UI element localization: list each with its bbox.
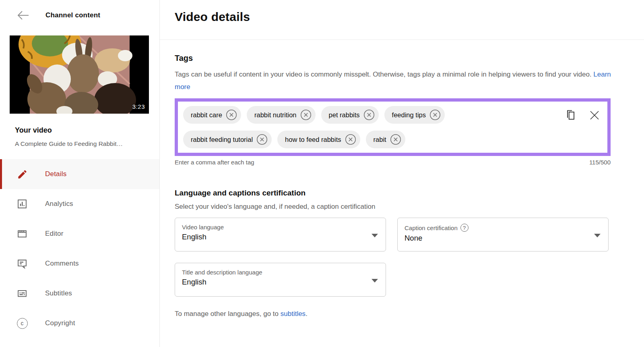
tag-chip: pet rabbits [321, 106, 379, 124]
video-title: A Complete Guide to Feeding Rabbit… [15, 140, 150, 148]
sidebar-nav: Details Analytics [0, 159, 159, 338]
dropdown-value: English [182, 278, 366, 287]
remove-tag-icon[interactable] [429, 109, 441, 121]
tag-chip-label: rabbit feeding tutorial [191, 136, 253, 143]
sidebar-item-label: Analytics [45, 200, 73, 208]
tags-description-text: Tags can be useful if content in your vi… [175, 71, 592, 78]
tags-input-area[interactable]: rabbit care rabbit nutrition [175, 98, 611, 156]
language-dropdowns: Video language English Caption certifica… [175, 218, 611, 297]
tag-chip: rabbit nutrition [247, 106, 316, 124]
dropdown-label: Video language [182, 224, 366, 231]
sidebar-item-subtitles[interactable]: Subtitles [0, 278, 159, 308]
sidebar-item-editor[interactable]: Editor [0, 219, 159, 249]
sidebar-item-analytics[interactable]: Analytics [0, 189, 159, 219]
caption-certification-dropdown[interactable]: Caption certification ? None [397, 218, 609, 251]
tag-chip-label: rabbit nutrition [254, 111, 297, 119]
sidebar-item-comments[interactable]: Comments [0, 249, 159, 278]
tags-helper-row: Enter a comma after each tag 115/500 [175, 159, 611, 166]
back-arrow-icon[interactable] [16, 10, 30, 21]
language-section-subtitle: Select your video's language and, if nee… [175, 203, 629, 211]
tags-box-actions [565, 109, 600, 122]
sidebar: Channel content [0, 0, 160, 347]
remove-tag-icon[interactable] [226, 109, 237, 121]
sidebar-item-details[interactable]: Details [0, 159, 159, 189]
chevron-down-icon [372, 234, 378, 237]
copyright-icon: c [16, 317, 28, 329]
tag-chip-label: feeding tips [392, 111, 426, 119]
video-language-dropdown[interactable]: Video language English [175, 218, 386, 251]
help-icon[interactable]: ? [460, 224, 469, 232]
youtube-studio-app: Channel content [0, 0, 644, 347]
analytics-icon [16, 198, 28, 210]
sidebar-item-label: Editor [45, 230, 64, 238]
video-thumbnail[interactable]: 3:23 [10, 35, 149, 114]
tags-description: Tags can be useful if content in your vi… [175, 68, 611, 93]
your-video-section: Your video A Complete Guide to Feeding R… [0, 114, 159, 148]
tags-heading: Tags [175, 54, 629, 63]
comments-icon [16, 258, 28, 270]
dropdown-value: English [182, 233, 366, 241]
active-indicator-bar [0, 159, 2, 189]
dropdown-label-text: Caption certification [405, 224, 458, 231]
sidebar-item-label: Subtitles [45, 289, 72, 297]
tag-chip-label: how to feed rabbits [285, 136, 341, 143]
tag-chip-list: rabbit care rabbit nutrition [183, 106, 509, 148]
manage-languages-text: To manage other languages, go to [175, 310, 281, 318]
sidebar-item-copyright[interactable]: c Copyright [0, 308, 159, 338]
editor-icon [16, 228, 28, 240]
remove-tag-icon[interactable] [390, 134, 401, 145]
pencil-icon [16, 168, 28, 180]
remove-tag-icon[interactable] [363, 109, 375, 121]
tag-chip: rabit [366, 131, 405, 148]
details-form: Tags Tags can be useful if content in yo… [160, 54, 644, 318]
page-title: Video details [175, 10, 644, 24]
tag-chip-label: rabbit care [191, 111, 222, 119]
tag-chip-label: pet rabbits [329, 111, 360, 119]
subtitles-link[interactable]: subtitles [281, 310, 305, 318]
close-icon[interactable] [589, 110, 600, 121]
tag-chip: rabbit feeding tutorial [183, 131, 272, 148]
main-content: Video details Tags Tags can be useful if… [160, 0, 644, 347]
main-header: Video details [160, 0, 644, 40]
remove-tag-icon[interactable] [345, 134, 356, 145]
dropdown-value: None [405, 234, 589, 243]
subtitles-icon [16, 287, 28, 299]
tag-chip: feeding tips [384, 106, 445, 124]
manage-languages-period: . [305, 310, 308, 318]
chevron-down-icon [372, 279, 378, 283]
sidebar-title: Channel content [45, 11, 100, 19]
dropdown-label: Caption certification ? [405, 224, 589, 232]
language-section-heading: Language and captions certification [175, 189, 629, 197]
sidebar-item-label: Details [45, 170, 66, 178]
remove-tag-icon[interactable] [256, 134, 268, 145]
tag-chip: rabbit care [183, 106, 241, 124]
chevron-down-icon [594, 234, 601, 237]
rabbits-thumbnail-image [10, 35, 149, 114]
your-video-label: Your video [15, 126, 150, 135]
video-duration-badge: 3:23 [132, 103, 145, 110]
tags-hint: Enter a comma after each tag [175, 159, 254, 166]
sidebar-item-label: Copyright [45, 319, 75, 327]
sidebar-item-label: Comments [45, 260, 79, 268]
dropdown-label: Title and description language [182, 269, 366, 276]
manage-languages-note: To manage other languages, go to subtitl… [175, 310, 629, 318]
char-counter: 115/500 [589, 159, 611, 166]
copy-icon[interactable] [565, 109, 577, 122]
remove-tag-icon[interactable] [300, 109, 312, 121]
sidebar-header: Channel content [0, 0, 159, 21]
title-description-language-dropdown[interactable]: Title and description language English [175, 263, 386, 297]
tag-chip-label: rabit [374, 136, 386, 143]
tag-chip: how to feed rabbits [277, 131, 360, 148]
